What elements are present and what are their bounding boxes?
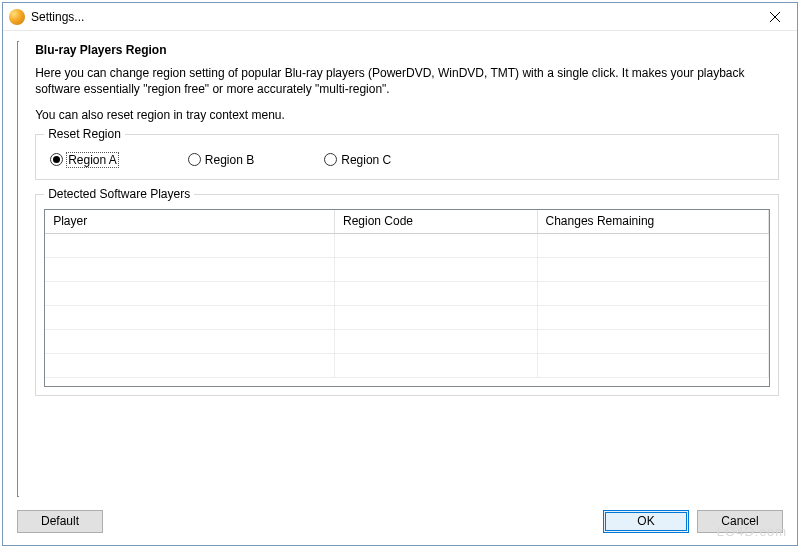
table-row[interactable] [45,258,768,282]
table-cell [537,258,769,282]
region-radio[interactable]: Region C [324,153,391,167]
table-cell [334,330,537,354]
radio-icon [50,153,63,166]
detected-players-legend: Detected Software Players [44,187,194,201]
page-title: Blu-ray Players Region [35,43,779,57]
tree-item[interactable]: Info [18,46,19,64]
table-row[interactable] [45,354,768,378]
button-bar: Default OK Cancel [3,503,797,545]
table-cell [334,306,537,330]
ok-button[interactable]: OK [603,510,689,533]
window-title: Settings... [31,10,84,24]
table-cell [537,282,769,306]
table-cell [45,354,334,378]
titlebar: Settings... [3,3,797,31]
table-cell [537,330,769,354]
tree-item[interactable]: −Blu-ray [18,190,19,208]
tree-item[interactable]: Hybrid Disc [18,280,19,298]
table-cell [45,234,334,258]
table-cell [45,258,334,282]
description-text-1: Here you can change region setting of po… [35,65,779,97]
table-cell [45,306,334,330]
radio-label: Region C [341,153,391,167]
region-radio[interactable]: Region A [50,153,118,167]
radio-label: Region B [205,153,254,167]
column-header[interactable]: Player [45,210,334,234]
table-cell [45,282,334,306]
tree-item[interactable]: Sound [18,82,19,100]
table-row[interactable] [45,330,768,354]
description-text-2: You can also reset region in tray contex… [35,107,779,123]
reset-region-legend: Reset Region [44,127,125,141]
tree-item[interactable]: 3D [18,208,19,226]
tree-item[interactable]: −DVD [18,136,19,154]
reset-region-group: Reset Region Region ARegion BRegion C [35,134,779,180]
tree-item[interactable]: External Program [18,334,19,352]
settings-tree-panel: Info−GeneralSoundNetworkDiagnosis−DVDPat… [17,41,19,497]
table-row[interactable] [45,306,768,330]
table-row[interactable] [45,234,768,258]
tree-item[interactable]: HD DVD [18,262,19,280]
region-radio[interactable]: Region B [188,153,254,167]
tree-item[interactable]: Network [18,100,19,118]
app-icon [9,9,25,25]
radio-icon [324,153,337,166]
table-cell [334,354,537,378]
tree-item[interactable]: −General [18,64,19,82]
cancel-button[interactable]: Cancel [697,510,783,533]
close-button[interactable] [752,3,797,31]
main-pane: Blu-ray Players Region Here you can chan… [27,31,797,503]
radio-icon [188,153,201,166]
table-cell [537,354,769,378]
close-icon [770,12,780,22]
tree-item[interactable]: Audio CD [18,244,19,262]
table-cell [537,234,769,258]
table-cell [334,234,537,258]
players-table[interactable]: PlayerRegion CodeChanges Remaining [44,209,770,387]
tree-item[interactable]: BluPath [18,226,19,244]
table-cell [45,330,334,354]
table-cell [334,282,537,306]
table-cell [334,258,537,282]
tree-item[interactable]: Blu-ray Players Region [18,316,19,334]
detected-players-group: Detected Software Players PlayerRegion C… [35,194,779,396]
tree-item[interactable]: PathPlayer [18,154,19,172]
tree-item[interactable]: Exclusion [18,298,19,316]
default-button[interactable]: Default [17,510,103,533]
table-row[interactable] [45,282,768,306]
tree-item[interactable]: Diagnosis [18,118,19,136]
tree-item[interactable]: Subtitles [18,172,19,190]
column-header[interactable]: Changes Remaining [537,210,769,234]
table-cell [537,306,769,330]
radio-label: Region A [67,153,118,167]
column-header[interactable]: Region Code [334,210,537,234]
settings-window: Settings... Info−GeneralSoundNetworkDiag… [2,2,798,546]
